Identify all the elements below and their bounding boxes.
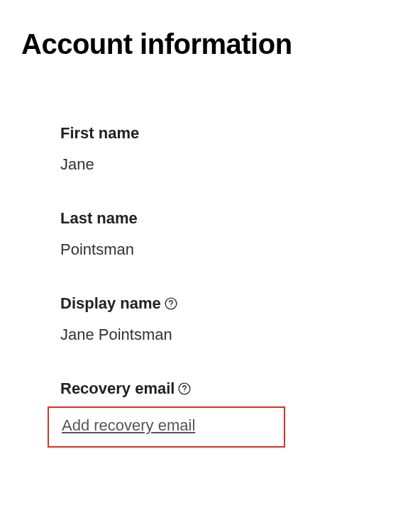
account-fields: First name Jane Last name Pointsman Disp… — [21, 124, 394, 448]
first-name-field: First name Jane — [60, 124, 394, 174]
display-name-field: Display name Jane Pointsman — [60, 294, 394, 344]
first-name-value: Jane — [60, 155, 394, 174]
svg-point-3 — [184, 391, 185, 392]
page-title: Account information — [21, 28, 394, 60]
last-name-field: Last name Pointsman — [60, 209, 394, 259]
help-icon[interactable] — [165, 297, 177, 310]
display-name-label: Display name — [60, 294, 394, 313]
svg-point-1 — [170, 306, 171, 306]
display-name-label-text: Display name — [60, 294, 161, 313]
help-icon[interactable] — [178, 382, 191, 395]
display-name-value: Jane Pointsman — [60, 326, 394, 344]
first-name-label: First name — [60, 124, 394, 143]
recovery-email-label: Recovery email — [60, 379, 394, 398]
last-name-value: Pointsman — [60, 240, 394, 259]
recovery-email-field: Recovery email Add recovery email — [60, 379, 394, 448]
recovery-email-highlight: Add recovery email — [48, 406, 285, 448]
recovery-email-label-text: Recovery email — [60, 379, 175, 398]
add-recovery-email-link[interactable]: Add recovery email — [62, 416, 195, 435]
last-name-label: Last name — [60, 209, 394, 228]
